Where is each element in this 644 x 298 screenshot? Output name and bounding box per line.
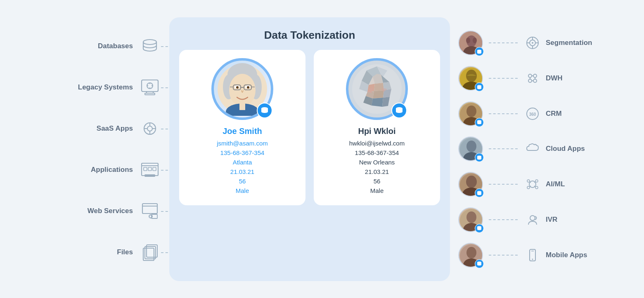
ivr-label: IVR <box>546 216 557 224</box>
ivr-db-badge <box>475 224 484 233</box>
real-person-age: 56 <box>239 178 246 185</box>
dwh-connector <box>489 78 518 79</box>
real-person-card: Joe Smith jsmith@asam.com 135-68-367-354… <box>179 50 305 205</box>
left-item-files: Files <box>117 241 161 263</box>
anon-person-phone: 135-68-367-354 <box>355 149 399 156</box>
svg-point-82 <box>533 79 537 82</box>
databases-label: Databases <box>98 42 133 50</box>
ivr-icon-label: IVR <box>523 211 557 229</box>
svg-text:360: 360 <box>529 112 536 117</box>
anon-db-badge <box>391 103 407 118</box>
segmentation-icon-label: Segmentation <box>523 34 592 52</box>
anon-person-gender: Male <box>370 187 384 194</box>
applications-label: Applications <box>91 166 133 174</box>
anon-person-card: Hpi Wkloi hwkloi@ijselwd.com 135-68-367-… <box>314 50 440 205</box>
svg-point-105 <box>535 186 538 189</box>
ivr-connector <box>489 219 518 220</box>
svg-rect-12 <box>142 163 158 176</box>
real-person-city: Atlanta <box>233 159 252 166</box>
svg-rect-18 <box>142 204 157 214</box>
crm-icon-label: 360 CRM <box>523 105 562 123</box>
svg-point-29 <box>229 74 256 107</box>
right-item-dwh: DWH <box>458 66 563 91</box>
saas-label: SaaS Apps <box>97 124 133 133</box>
cloudapps-icon-label: Cloud Apps <box>523 140 585 158</box>
crm-db-badge <box>475 118 484 127</box>
left-item-legacy: Legacy Systems <box>78 76 161 99</box>
svg-point-7 <box>147 126 152 131</box>
anon-person-date: 21.03.21 <box>365 168 389 175</box>
svg-point-111 <box>466 211 476 223</box>
svg-rect-3 <box>145 93 155 95</box>
svg-point-98 <box>466 176 477 188</box>
mobileapps-label: Mobile Apps <box>546 251 587 259</box>
mobileapps-icon <box>523 246 542 264</box>
center-panel: Data Tokenization <box>169 17 450 281</box>
cards-row: Joe Smith jsmith@asam.com 135-68-367-354… <box>179 50 440 205</box>
mobileapps-db-badge <box>475 259 484 268</box>
svg-point-32 <box>236 86 239 89</box>
anon-person-age: 56 <box>374 178 381 185</box>
svg-point-120 <box>532 258 533 260</box>
dwh-icon <box>523 69 542 87</box>
svg-point-0 <box>143 40 156 45</box>
webservices-icon <box>139 200 161 222</box>
svg-marker-53 <box>373 90 384 99</box>
aiml-connector <box>489 184 518 185</box>
right-panel: Segmentation <box>454 26 611 273</box>
left-item-saas: SaaS Apps <box>97 117 161 140</box>
anon-person-email: hwkloi@ijselwd.com <box>349 140 405 147</box>
main-container: Databases Legacy Systems <box>0 0 644 298</box>
real-person-name: Joe Smith <box>223 127 262 136</box>
left-item-databases: Databases <box>98 35 161 57</box>
database-icon <box>139 35 161 57</box>
files-icon <box>139 241 161 263</box>
real-person-gender: Male <box>236 187 249 194</box>
left-panel: Databases Legacy Systems <box>33 26 165 273</box>
svg-point-102 <box>527 180 530 182</box>
dwh-icon-label: DWH <box>523 69 563 87</box>
webservices-label: Web Services <box>88 207 133 215</box>
svg-point-70 <box>532 42 533 44</box>
crm-label: CRM <box>546 110 562 118</box>
aiml-label: AI/ML <box>546 180 565 188</box>
left-item-webservices: Web Services <box>88 200 161 222</box>
real-avatar-wrapper <box>211 58 273 120</box>
anon-person-name: Hpi Wkloi <box>358 127 395 136</box>
right-item-ivr: IVR <box>458 207 557 232</box>
svg-rect-14 <box>144 167 147 171</box>
svg-point-114 <box>530 216 535 221</box>
svg-point-88 <box>466 106 476 117</box>
ivr-icon <box>523 211 542 229</box>
svg-point-116 <box>466 247 476 258</box>
real-person-date: 21.03.21 <box>230 168 254 175</box>
aiml-db-badge <box>475 188 484 197</box>
mobileapps-connector <box>489 255 518 256</box>
real-person-email: jsmith@asam.com <box>217 140 268 147</box>
svg-rect-15 <box>148 167 152 171</box>
right-item-aiml: AI/ML <box>458 172 565 197</box>
real-person-phone: 135-68-367-354 <box>220 149 265 156</box>
legacy-label: Legacy Systems <box>78 83 133 92</box>
saas-icon <box>139 117 161 140</box>
svg-marker-56 <box>372 98 383 107</box>
applications-icon <box>139 159 161 181</box>
segmentation-db-badge <box>475 47 484 56</box>
svg-rect-40 <box>239 103 245 110</box>
svg-rect-1 <box>142 80 158 92</box>
left-item-applications: Applications <box>91 159 161 181</box>
mobileapps-icon-label: Mobile Apps <box>523 246 587 264</box>
right-item-cloudapps: Cloud Apps <box>458 136 585 161</box>
svg-point-81 <box>528 79 532 82</box>
cloudapps-icon <box>523 140 542 158</box>
files-label: Files <box>117 248 133 256</box>
crm-connector <box>489 113 518 114</box>
anon-person-city: New Orleans <box>359 159 395 166</box>
svg-point-65 <box>466 38 470 43</box>
segmentation-label: Segmentation <box>546 39 592 47</box>
legacy-icon <box>139 76 161 99</box>
svg-point-79 <box>528 74 532 77</box>
right-item-mobileapps: Mobile Apps <box>458 243 587 267</box>
segmentation-icon <box>523 34 542 52</box>
cloudapps-label: Cloud Apps <box>546 145 585 153</box>
